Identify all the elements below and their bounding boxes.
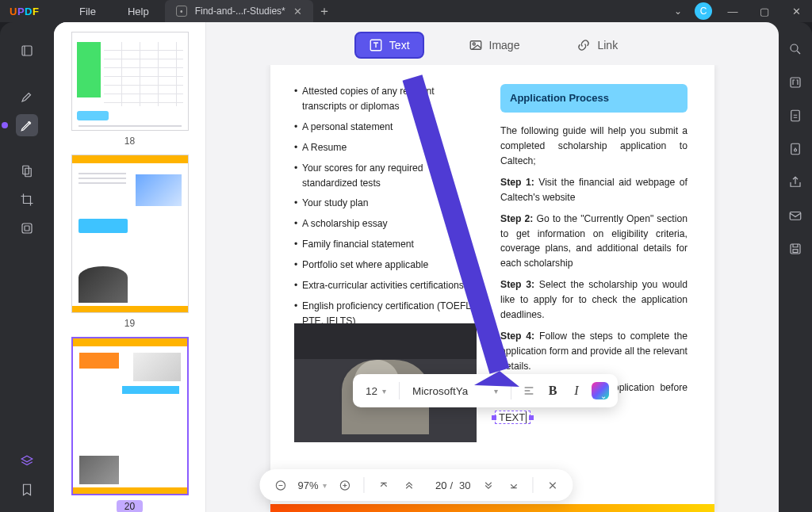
form-tool-icon[interactable] (16, 217, 38, 239)
list-item: A scholarship essay (294, 216, 481, 231)
new-tab-button[interactable]: ＋ (313, 3, 335, 20)
share-icon[interactable] (786, 173, 805, 192)
list-item: Attested copies of any relevant transcri… (294, 84, 481, 114)
thumbnail-panel[interactable]: 18 19 (54, 22, 206, 512)
thumb-label: 19 (124, 318, 135, 329)
document-tab[interactable]: • Find-and-...r-Studies* ✕ (165, 0, 313, 22)
step-line: Step 4: Follow the steps to complete the… (500, 329, 688, 374)
content-area: 18 19 (54, 22, 779, 512)
menu-file[interactable]: File (79, 6, 96, 17)
add-image-label: Image (489, 39, 520, 52)
left-toolbar (0, 22, 54, 512)
chevron-down-icon: ▾ (323, 481, 327, 490)
close-zoombar-button[interactable] (542, 474, 564, 496)
window-maximize-icon[interactable]: ▢ (749, 6, 780, 17)
list-item: A Resume (294, 140, 481, 155)
text-box-content: TEXT (499, 411, 525, 423)
thumbnail-page-20[interactable] (71, 337, 189, 495)
page-viewport[interactable]: Attested copies of any relevant transcri… (206, 65, 779, 512)
first-page-button[interactable] (372, 474, 394, 496)
window-minimize-icon[interactable]: — (717, 6, 749, 17)
reader-mode-icon[interactable] (16, 40, 38, 62)
zoom-in-button[interactable] (333, 474, 355, 496)
section-header: Application Process (500, 84, 688, 113)
svg-rect-10 (790, 212, 801, 220)
tab-dirty-icon: • (176, 6, 187, 17)
app-frame: 18 19 (0, 22, 812, 512)
zoom-value: 97% (297, 480, 318, 491)
menu-help[interactable]: Help (128, 6, 149, 17)
svg-rect-12 (793, 250, 798, 253)
app-logo: UPDF (0, 6, 56, 17)
add-link-button[interactable]: Link (564, 33, 630, 57)
color-swatch-icon (592, 382, 609, 399)
font-size-select[interactable]: 12▾ (361, 385, 391, 397)
tab-list-dropdown[interactable]: ⌄ (666, 6, 690, 17)
svg-rect-4 (25, 226, 29, 231)
svg-rect-7 (791, 110, 800, 121)
list-item: Your study plan (294, 196, 481, 211)
edit-toolbar: Text Image Link (206, 25, 779, 65)
svg-point-9 (795, 149, 797, 151)
search-icon[interactable] (786, 40, 805, 59)
right-column: Application Process The following guide … (500, 84, 688, 417)
font-size-value: 12 (366, 385, 377, 397)
email-icon[interactable] (786, 206, 805, 225)
title-bar: UPDF File Help • Find-and-...r-Studies* … (0, 0, 812, 22)
add-image-button[interactable]: Image (456, 33, 533, 57)
page-total: 30 (456, 480, 473, 491)
text-format-bar: 12▾ MicrosoftYa▾ B I (353, 374, 618, 407)
highlight-tool-icon[interactable] (16, 86, 38, 108)
align-button[interactable] (519, 381, 538, 400)
inserted-text-box[interactable]: TEXT (495, 411, 530, 424)
thumbnail-page-18[interactable] (71, 32, 189, 131)
italic-button[interactable]: I (567, 381, 586, 400)
last-page-button[interactable] (503, 474, 525, 496)
list-item: A personal statement (294, 120, 481, 135)
bold-button[interactable]: B (543, 381, 562, 400)
tab-close-icon[interactable]: ✕ (293, 6, 302, 17)
zoom-select[interactable]: 97%▾ (294, 480, 330, 491)
svg-rect-2 (25, 168, 32, 177)
layers-icon[interactable] (16, 450, 38, 472)
next-page-button[interactable] (477, 474, 500, 496)
page-manage-icon[interactable] (16, 160, 38, 182)
user-avatar[interactable]: C (695, 2, 712, 20)
pdf-page[interactable]: Attested copies of any relevant transcri… (270, 65, 714, 512)
add-text-button[interactable]: Text (354, 32, 424, 59)
menu-bar: File Help (56, 6, 149, 17)
prev-page-button[interactable] (397, 474, 419, 496)
svg-rect-3 (22, 224, 32, 233)
svg-rect-6 (791, 78, 800, 87)
chevron-down-icon: ▾ (382, 387, 386, 395)
page-footer-bar (270, 504, 714, 512)
list-item: Your scores for any required standardize… (294, 161, 481, 191)
window: UPDF File Help • Find-and-...r-Studies* … (0, 0, 812, 512)
zoom-bar: 97%▾ / 30 (259, 469, 573, 501)
page-input[interactable] (423, 480, 446, 491)
compress-icon[interactable] (786, 106, 805, 125)
bookmark-icon[interactable] (16, 479, 38, 501)
font-family-value: MicrosoftYa (412, 385, 468, 397)
right-toolbar (779, 22, 812, 512)
svg-rect-1 (23, 166, 29, 174)
chevron-down-icon: ▾ (494, 387, 498, 395)
svg-rect-14 (470, 41, 481, 50)
save-icon[interactable] (786, 239, 805, 258)
window-close-icon[interactable]: ✕ (780, 6, 812, 17)
font-family-select[interactable]: MicrosoftYa▾ (408, 385, 503, 397)
text-color-button[interactable] (591, 381, 610, 400)
protect-icon[interactable] (786, 139, 805, 159)
thumbnail-page-19[interactable] (71, 155, 189, 313)
ocr-icon[interactable] (786, 73, 805, 92)
intro-text: The following guide will help you submit… (500, 124, 688, 169)
list-item: Extra-curricular activities certificatio… (294, 278, 481, 293)
edit-text-tool-icon[interactable] (16, 114, 38, 136)
zoom-out-button[interactable] (269, 474, 291, 496)
crop-tool-icon[interactable] (16, 189, 38, 211)
svg-point-15 (473, 43, 475, 45)
thumb-label-current: 20 (117, 500, 143, 512)
step-line: Step 2: Go to the "Currently Open" secti… (500, 212, 688, 272)
page-sep: / (450, 480, 453, 491)
step-line: Step 3: Select the scholarship you would… (500, 277, 688, 323)
